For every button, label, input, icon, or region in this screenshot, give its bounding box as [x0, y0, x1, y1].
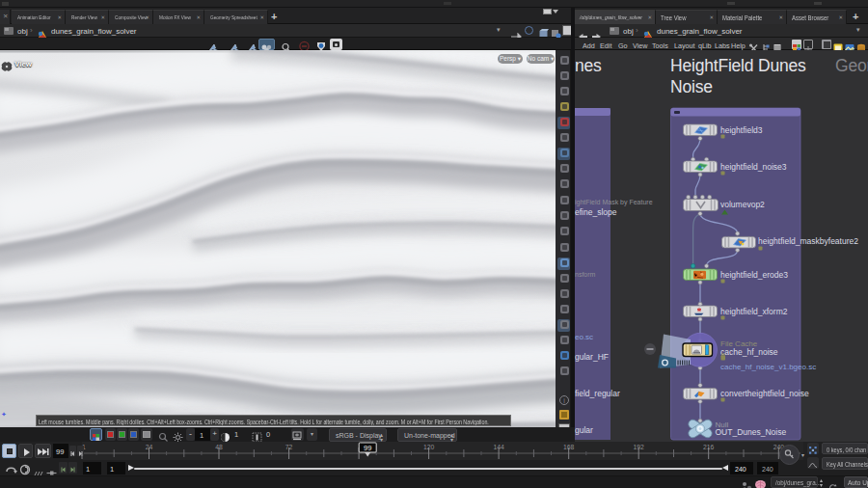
svg-text:120: 120 — [423, 444, 435, 450]
svg-text:gular: gular — [575, 425, 593, 435]
svg-text:nsform: nsform — [575, 271, 596, 278]
svg-text:volumevop2: volumevop2 — [720, 200, 765, 209]
svg-text:24: 24 — [146, 444, 153, 450]
svg-text:field_regular: field_regular — [575, 389, 620, 398]
svg-text:heightfield_erode3: heightfield_erode3 — [720, 270, 788, 280]
svg-text:144: 144 — [493, 444, 504, 450]
svg-text:Noise: Noise — [670, 77, 713, 96]
svg-text:216: 216 — [703, 444, 715, 450]
svg-text:heightfield_xform2: heightfield_xform2 — [720, 307, 788, 316]
svg-text:eo.sc: eo.sc — [575, 333, 593, 341]
svg-text:nes: nes — [575, 56, 602, 75]
svg-text:Geom: Geom — [835, 56, 868, 75]
svg-text:192: 192 — [634, 444, 645, 450]
svg-text:convertheightfield_noise: convertheightfield_noise — [720, 389, 809, 398]
svg-text:heightfield_maskbyfeature2: heightfield_maskbyfeature2 — [758, 236, 858, 246]
svg-text:ightField Mask by Feature: ightField Mask by Feature — [575, 199, 653, 206]
svg-text:HeightField Dunes: HeightField Dunes — [670, 56, 806, 75]
svg-text:gular_HF: gular_HF — [575, 352, 609, 362]
svg-text:cache_hf_noise: cache_hf_noise — [720, 347, 778, 357]
svg-text:72: 72 — [285, 444, 293, 450]
svg-text:cache_hf_noise_v1.bgeo.sc: cache_hf_noise_v1.bgeo.sc — [720, 363, 816, 371]
svg-text:heightfield3: heightfield3 — [720, 125, 763, 135]
svg-text:OUT_Dunes_Noise: OUT_Dunes_Noise — [716, 427, 787, 437]
svg-text:168: 168 — [563, 444, 575, 450]
svg-text:99: 99 — [364, 444, 371, 452]
svg-text:heightfield_noise3: heightfield_noise3 — [720, 162, 787, 172]
svg-text:efine_slope: efine_slope — [575, 207, 617, 217]
svg-text:48: 48 — [215, 444, 223, 450]
